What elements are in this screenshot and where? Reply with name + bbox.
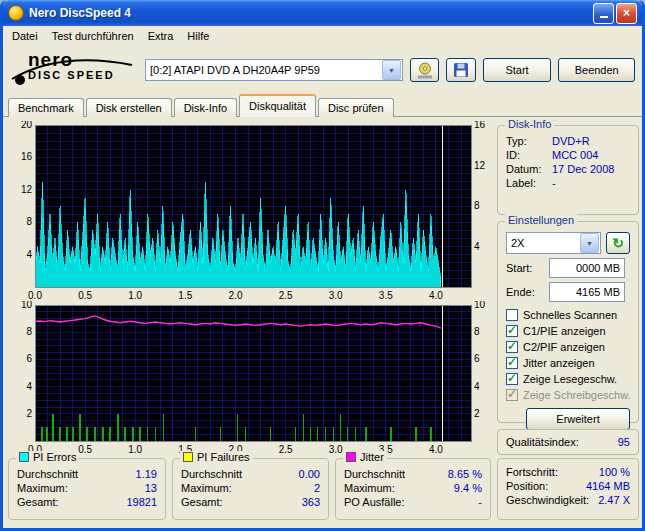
svg-text:1.0: 1.0 — [128, 444, 142, 455]
svg-text:2: 2 — [26, 408, 32, 419]
jitter-stats-group: Jitter Durchschnitt8.65 % Maximum:9.4 % … — [335, 458, 491, 520]
chevron-down-icon[interactable]: ▼ — [580, 233, 599, 253]
disc-date-value: 17 Dec 2008 — [552, 163, 614, 175]
stat-row: Maximum:13 — [9, 481, 165, 495]
svg-text:2.5: 2.5 — [279, 290, 293, 301]
pi-errors-stats-title: PI Errors — [33, 451, 76, 463]
tab-disc-pruefen[interactable]: Disc prüfen — [318, 98, 394, 117]
svg-text:6: 6 — [474, 353, 480, 364]
svg-text:8: 8 — [26, 326, 32, 337]
pi-errors-swatch — [19, 452, 29, 462]
end-position-label: Ende: — [506, 286, 544, 298]
svg-text:10: 10 — [474, 301, 486, 310]
close-icon: × — [623, 6, 630, 20]
tab-disk-erstellen[interactable]: Disk erstellen — [86, 98, 172, 117]
checkbox-c2-pif[interactable]: C2/PIF anzeigen — [498, 339, 638, 355]
quality-index-label: Qualitätsindex: — [506, 436, 579, 448]
progress-row: Position:4164 MB — [498, 479, 638, 493]
refresh-speed-button[interactable]: ↻ — [606, 232, 630, 254]
svg-text:16: 16 — [474, 121, 486, 130]
checkbox-jitter[interactable]: Jitter anzeigen — [498, 355, 638, 371]
stat-row: Gesamt:19821 — [9, 495, 165, 509]
eject-disc-icon — [416, 62, 434, 79]
svg-text:12: 12 — [21, 184, 33, 195]
tab-diskqualitaet[interactable]: Diskqualität — [239, 94, 316, 117]
advanced-button[interactable]: Erweitert — [526, 408, 630, 430]
svg-text:2: 2 — [474, 408, 480, 419]
disc-label-value: - — [552, 177, 556, 189]
close-button[interactable]: × — [616, 3, 637, 24]
menu-hilfe[interactable]: Hilfe — [180, 28, 216, 44]
tab-benchmark[interactable]: Benchmark — [8, 98, 84, 117]
stat-row: Durchschnitt0.00 — [173, 467, 328, 481]
disk-info-title: Disk-Info — [505, 118, 554, 130]
position-value: 4164 MB — [586, 480, 630, 492]
menubar: Datei Test durchführen Extra Hilfe — [3, 26, 642, 45]
disk-info-row: Label:- — [498, 176, 638, 190]
toolbar: nero DISC SPEED [0:2] ATAPI DVD A DH20A4… — [3, 45, 642, 95]
minimize-icon — [600, 16, 608, 18]
drive-selector-value: [0:2] ATAPI DVD A DH20A4P 9P59 — [146, 64, 381, 76]
minimize-button[interactable] — [593, 3, 614, 24]
svg-text:4.0: 4.0 — [429, 444, 443, 455]
disk-info-row: ID:MCC 004 — [498, 148, 638, 162]
advanced-button-label: Erweitert — [556, 413, 599, 425]
svg-text:4: 4 — [26, 381, 32, 392]
progress-row: Fortschritt:100 % — [498, 465, 638, 479]
checkbox-fast-scan[interactable]: Schnelles Scannen — [498, 307, 638, 323]
logo-text-discspeed: DISC SPEED — [28, 69, 115, 81]
svg-text:12: 12 — [474, 160, 486, 171]
settings-title: Einstellungen — [505, 214, 577, 226]
checkbox-box[interactable] — [506, 325, 518, 337]
stat-row: Maximum:9.4 % — [336, 481, 490, 495]
save-button[interactable] — [446, 58, 475, 82]
menu-datei[interactable]: Datei — [5, 28, 45, 44]
svg-text:2.0: 2.0 — [229, 290, 243, 301]
window-title: Nero DiscSpeed 4 — [29, 6, 591, 20]
svg-text:3.0: 3.0 — [329, 290, 343, 301]
checkbox-box — [506, 389, 518, 401]
speed-selector[interactable]: 2X ▼ — [506, 232, 601, 254]
checkbox-box[interactable] — [506, 309, 518, 321]
disc-id-value: MCC 004 — [552, 149, 598, 161]
svg-text:0.0: 0.0 — [28, 290, 42, 301]
menu-test-durchfuehren[interactable]: Test durchführen — [45, 28, 141, 44]
svg-text:8: 8 — [474, 200, 480, 211]
end-position-field[interactable] — [549, 282, 625, 302]
svg-text:2.5: 2.5 — [279, 444, 293, 455]
speed-value: 2.47 X — [598, 494, 630, 506]
stat-row: Maximum:2 — [173, 481, 328, 495]
progress-value: 100 % — [599, 466, 630, 478]
start-position-label: Start: — [506, 262, 544, 274]
svg-text:4: 4 — [26, 249, 32, 260]
checkbox-box[interactable] — [506, 341, 518, 353]
start-position-field[interactable] — [549, 258, 625, 278]
svg-text:3.0: 3.0 — [329, 444, 343, 455]
svg-text:0.5: 0.5 — [78, 444, 92, 455]
svg-text:8: 8 — [474, 326, 480, 337]
menu-extra[interactable]: Extra — [141, 28, 181, 44]
eject-disc-button[interactable] — [410, 58, 439, 82]
checkbox-box[interactable] — [506, 357, 518, 369]
disk-info-group: Disk-Info Typ:DVD+R ID:MCC 004 Datum:17 … — [497, 125, 639, 215]
quit-button[interactable]: Beenden — [558, 58, 635, 82]
pi-errors-chart: 481216204812160.00.51.01.52.02.53.03.54.… — [9, 121, 493, 303]
pi-errors-stats-group: PI Errors Durchschnitt1.19 Maximum:13 Ge… — [8, 458, 166, 520]
checkbox-box[interactable] — [506, 373, 518, 385]
checkbox-show-write-speed: Zeige Schreibgeschw. — [498, 387, 638, 403]
tab-disk-info[interactable]: Disk-Info — [174, 98, 237, 117]
svg-text:0.5: 0.5 — [78, 290, 92, 301]
jitter-pif-chart: 2468102468100.00.51.01.52.02.53.03.54.0 — [9, 301, 493, 457]
checkbox-c1-pie[interactable]: C1/PIE anzeigen — [498, 323, 638, 339]
refresh-icon: ↻ — [612, 235, 624, 251]
checkbox-show-read-speed[interactable]: Zeige Lesegeschw. — [498, 371, 638, 387]
stat-row: Durchschnitt8.65 % — [336, 467, 490, 481]
svg-text:1.5: 1.5 — [178, 290, 192, 301]
drive-selector[interactable]: [0:2] ATAPI DVD A DH20A4P 9P59 ▼ — [145, 59, 403, 81]
svg-text:4: 4 — [474, 241, 480, 252]
pi-failures-swatch — [183, 452, 193, 462]
tab-page-diskqualitaet: 481216204812160.00.51.01.52.02.53.03.54.… — [3, 116, 642, 528]
quality-index-value: 95 — [618, 436, 630, 448]
chevron-down-icon[interactable]: ▼ — [382, 60, 401, 80]
start-button[interactable]: Start — [483, 58, 552, 82]
